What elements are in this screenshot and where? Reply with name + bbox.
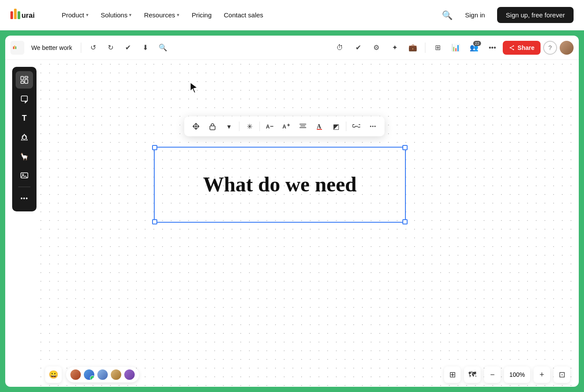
signup-button[interactable]: Sign up, free forever [497, 7, 574, 23]
svg-rect-5 [14, 46, 15, 49]
text-content: What do we need [203, 173, 356, 196]
layout-button[interactable]: ⊞ [430, 40, 445, 56]
focus-button[interactable]: ✳ [242, 119, 257, 134]
resize-handle-bl[interactable] [152, 219, 157, 224]
sign-in-button[interactable]: Sign in [460, 8, 490, 22]
resize-handle-tl[interactable] [152, 145, 157, 150]
resize-handle-tr[interactable] [402, 145, 408, 150]
ai-tool[interactable]: 🦙 [16, 148, 33, 165]
svg-point-20 [23, 174, 24, 175]
nav-resources[interactable]: Resources ▾ [139, 9, 184, 21]
bottom-bar: 😀 + ⊞ 🗺 [36, 362, 579, 387]
frames-tool[interactable] [16, 71, 33, 89]
svg-rect-14 [21, 81, 24, 83]
svg-line-11 [511, 48, 513, 49]
shapes-tool[interactable] [16, 128, 33, 146]
left-toolbar: T 🦙 [12, 67, 36, 211]
svg-rect-16 [21, 96, 27, 101]
chevron-down-icon: ▾ [177, 12, 179, 18]
fit-view-button[interactable]: ⊡ [554, 366, 570, 383]
bottom-left: 😀 + [45, 366, 139, 383]
nav-links: Product ▾ Solutions ▾ Resources ▾ Pricin… [57, 9, 428, 21]
more-tools-button[interactable]: ••• [16, 190, 33, 207]
reactions-button[interactable]: ✦ [387, 40, 402, 56]
nav-product[interactable]: Product ▾ [57, 9, 93, 21]
text-tool[interactable]: T [16, 109, 33, 127]
toolbar-top: We better work ↺ ↻ ✔ ⬇ 🔍 ⏱ ✔ ⚙ ✦ 💼 ⊞ 📊 👥… [5, 36, 579, 60]
toolbar-right: ⏱ ✔ ⚙ ✦ 💼 ⊞ 📊 👥 22 ••• Share ? [332, 40, 574, 56]
nav-contact-sales[interactable]: Contact sales [219, 9, 268, 21]
link-button[interactable] [349, 119, 364, 134]
text-element[interactable]: What do we need [154, 147, 406, 223]
toggle-view-button[interactable]: ⊞ [444, 366, 461, 383]
redo-button[interactable]: ↻ [104, 41, 118, 55]
logo[interactable]: urai [10, 7, 36, 23]
board-name[interactable]: We better work [28, 44, 76, 51]
share-button[interactable]: Share [503, 41, 541, 55]
svg-rect-0 [10, 11, 13, 19]
cursor-pointer [189, 82, 199, 96]
svg-point-33 [372, 126, 374, 127]
collaborator-avatar-3[interactable] [96, 369, 109, 381]
lock-tool-button[interactable] [205, 119, 220, 134]
collaborator-avatar-5[interactable] [123, 369, 136, 381]
divider [81, 43, 81, 53]
svg-rect-2 [18, 11, 20, 19]
briefcase-button[interactable]: 💼 [405, 40, 421, 56]
svg-point-9 [513, 49, 514, 50]
svg-rect-12 [21, 76, 23, 80]
search-icon[interactable]: 🔍 [442, 10, 453, 20]
help-button[interactable]: ? [543, 41, 557, 55]
more-text-options-button[interactable] [365, 119, 380, 134]
svg-text:A: A [317, 123, 322, 130]
divider [259, 122, 260, 131]
collaborator-avatar-2[interactable]: + [83, 369, 95, 381]
zoom-in-button[interactable]: + [534, 366, 550, 383]
text-increase-button[interactable]: A [279, 119, 294, 134]
checklist-button[interactable]: ✔ [350, 40, 366, 56]
svg-point-8 [513, 45, 514, 46]
image-tool[interactable] [16, 167, 33, 184]
undo-button[interactable]: ↺ [86, 41, 100, 55]
sticky-notes-tool[interactable] [16, 90, 33, 108]
user-avatar[interactable] [560, 41, 574, 55]
nav-pricing[interactable]: Pricing [187, 9, 216, 21]
divider [425, 43, 425, 53]
zoom-level-display[interactable]: 100% [504, 366, 530, 383]
minimap-button[interactable]: 🗺 [464, 366, 481, 383]
nav-solutions[interactable]: Solutions ▾ [96, 9, 136, 21]
integrations-button[interactable]: ⚙ [368, 40, 384, 56]
bottom-right: ⊞ 🗺 − 100% + ⊡ [444, 366, 570, 383]
highlight-button[interactable]: ◩ [328, 119, 343, 134]
collaborator-avatar-4[interactable] [110, 369, 122, 381]
download-button[interactable]: ⬇ [139, 41, 153, 55]
move-tool-button[interactable] [189, 119, 203, 134]
text-align-button[interactable] [295, 119, 310, 134]
svg-rect-6 [16, 46, 17, 49]
collaborator-avatar-1[interactable] [70, 369, 82, 381]
svg-text:urai: urai [22, 11, 35, 19]
check-button[interactable]: ✔ [121, 41, 135, 55]
resize-handle-br[interactable] [402, 219, 408, 224]
timer-button[interactable]: ⏱ [332, 40, 348, 56]
svg-rect-21 [210, 126, 215, 130]
emoji-button[interactable]: 😀 [45, 366, 62, 383]
chart-button[interactable]: 📊 [448, 40, 464, 56]
members-button[interactable]: 👥 22 [466, 40, 482, 56]
svg-rect-15 [25, 79, 28, 83]
svg-point-32 [370, 126, 372, 127]
zoom-out-button[interactable]: − [484, 366, 501, 383]
svg-rect-4 [13, 46, 14, 49]
svg-text:A: A [282, 124, 286, 130]
lock-dropdown-button[interactable]: ▾ [222, 119, 236, 134]
more-options-button[interactable]: ••• [484, 40, 500, 56]
chevron-down-icon: ▾ [129, 12, 132, 18]
search-button[interactable]: 🔍 [156, 41, 170, 55]
collaborators-avatars: + [66, 367, 139, 382]
text-color-button[interactable]: A [312, 119, 327, 134]
divider [346, 122, 346, 131]
svg-rect-13 [25, 76, 28, 78]
text-decrease-button[interactable]: A [262, 119, 277, 134]
canvas-area[interactable]: ▾ ✳ A A [36, 60, 579, 387]
toolbar-logo[interactable] [10, 41, 24, 55]
